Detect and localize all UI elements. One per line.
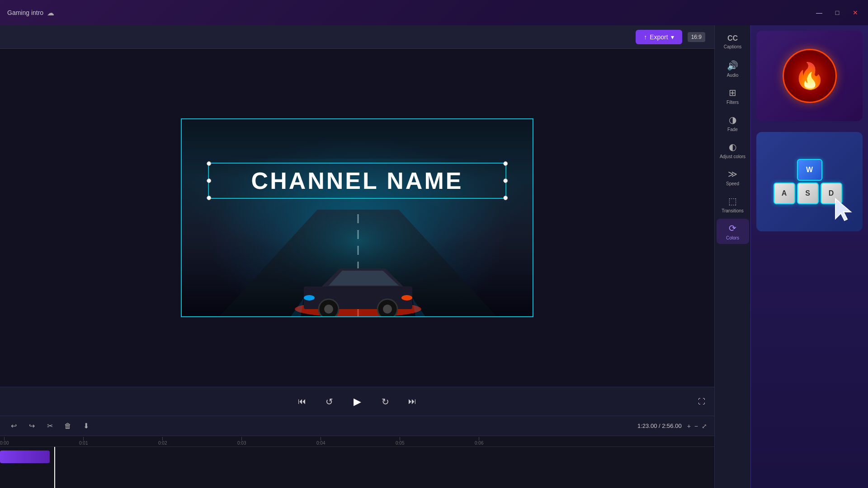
- key-w: W: [797, 159, 822, 181]
- project-title: Gaming intro ☁: [7, 9, 54, 17]
- project-name: Gaming intro: [7, 9, 43, 16]
- cloud-icon: ☁: [47, 9, 54, 17]
- captions-icon: CC: [727, 34, 738, 42]
- handle-mid-right[interactable]: [503, 178, 508, 183]
- ruler-mark-6: 0:06: [475, 437, 483, 446]
- video-preview[interactable]: CHANNEL NAME: [181, 118, 533, 317]
- sidebar-tool-transitions[interactable]: ⬚ Transitions: [717, 192, 749, 217]
- timeline-playhead: [54, 447, 55, 488]
- audio-icon: 🔊: [727, 60, 738, 71]
- adjust-colors-icon: ◐: [729, 141, 736, 152]
- skip-forward-icon: ⏭: [408, 397, 416, 406]
- undo-button[interactable]: ↩: [7, 420, 20, 432]
- sidebar-tool-filters[interactable]: ⊞ Filters: [717, 83, 749, 108]
- zoom-out-button[interactable]: −: [694, 422, 698, 430]
- colors-icon: ⟳: [729, 223, 736, 234]
- fire-icon: 🔥: [783, 49, 837, 103]
- title-bar: Gaming intro ☁ — □ ✕: [0, 0, 868, 25]
- channel-name-text: CHANNEL NAME: [251, 167, 463, 194]
- captions-label: Captions: [724, 44, 741, 49]
- current-time: 1:23.00: [637, 422, 657, 429]
- keyboard-container: W A S D: [756, 132, 863, 231]
- sidebar-tool-colors[interactable]: ⟳ Colors: [717, 219, 749, 244]
- colors-label: Colors: [726, 235, 739, 240]
- handle-top-right[interactable]: [503, 161, 508, 166]
- close-button[interactable]: ✕: [850, 7, 861, 18]
- sidebar-tool-fade[interactable]: ◑ Fade: [717, 110, 749, 136]
- export-button[interactable]: ↑ Export ▾: [636, 30, 682, 44]
- zoom-in-button[interactable]: +: [687, 422, 691, 430]
- timeline-ruler: 0:00 0:01 0:02 0:03 0:04 0:05 0:06: [0, 436, 714, 447]
- center-area: ↑ Export ▾ 16:9: [0, 25, 714, 488]
- adjust-colors-label: Adjust colors: [720, 154, 745, 159]
- redo-button[interactable]: ↪: [25, 420, 38, 432]
- timeline-tracks: [0, 447, 714, 488]
- filters-icon: ⊞: [729, 87, 736, 98]
- fire-logo-container: 🔥: [756, 31, 863, 121]
- handle-bottom-right[interactable]: [503, 196, 508, 200]
- right-sidebar: CC Captions 🔊 Audio ⊞ Filters ◑ Fade ◐ A…: [714, 25, 750, 488]
- channel-name-box[interactable]: CHANNEL NAME: [208, 163, 506, 199]
- delete-button[interactable]: 🗑: [61, 420, 74, 432]
- minimize-button[interactable]: —: [814, 7, 825, 18]
- forward-icon: ↻: [382, 396, 389, 407]
- export-icon: ↑: [644, 33, 647, 41]
- forward-button[interactable]: ↻: [377, 394, 393, 410]
- play-icon: ▶: [354, 396, 361, 408]
- sidebar-tool-captions[interactable]: CC Captions: [717, 29, 749, 54]
- car-scene: CHANNEL NAME: [182, 119, 533, 316]
- export-dropdown-icon: ▾: [671, 33, 674, 41]
- export-label: Export: [650, 33, 668, 41]
- svg-point-10: [324, 305, 333, 314]
- transitions-label: Transitions: [722, 208, 744, 213]
- maximize-button[interactable]: □: [832, 7, 843, 18]
- main-layout: ↑ Export ▾ 16:9: [0, 25, 868, 488]
- fit-zoom-button[interactable]: ⤢: [702, 422, 707, 430]
- handle-mid-left[interactable]: [207, 178, 211, 183]
- svg-point-12: [383, 305, 392, 314]
- far-right-panel: 🔥 W A S D: [750, 25, 868, 488]
- video-preview-container: CHANNEL NAME: [0, 49, 714, 387]
- speed-icon: ≫: [728, 169, 737, 179]
- rewind-button[interactable]: ↺: [321, 394, 337, 410]
- play-button[interactable]: ▶: [348, 393, 366, 411]
- filters-label: Filters: [726, 100, 739, 105]
- video-track-block[interactable]: [0, 450, 50, 463]
- skip-back-button[interactable]: ⏮: [294, 394, 310, 410]
- sidebar-tool-adjust-colors[interactable]: ◐ Adjust colors: [717, 137, 749, 163]
- skip-forward-button[interactable]: ⏭: [404, 394, 420, 410]
- audio-label: Audio: [727, 73, 739, 78]
- timeline-zoom-controls: + − ⤢: [687, 422, 707, 430]
- fullscreen-button[interactable]: ⛶: [698, 398, 705, 406]
- handle-top-left[interactable]: [207, 161, 211, 166]
- timeline-area: ↩ ↪ ✂ 🗑 ⬇ 1:23.00 / 2:56.00 + − ⤢ 0:00: [0, 416, 714, 488]
- fire-logo-panel: 🔥: [756, 31, 863, 121]
- fire-emoji: 🔥: [794, 61, 826, 91]
- ruler-mark-4: 0:04: [316, 437, 325, 446]
- ruler-mark-1: 0:01: [79, 437, 88, 446]
- ruler-mark-3: 0:03: [237, 437, 246, 446]
- timeline-toolbar: ↩ ↪ ✂ 🗑 ⬇ 1:23.00 / 2:56.00 + − ⤢: [0, 416, 714, 436]
- rewind-icon: ↺: [326, 396, 333, 407]
- key-a: A: [774, 183, 795, 204]
- timeline-time-display: 1:23.00 / 2:56.00: [637, 422, 682, 429]
- save-frame-button[interactable]: ⬇: [80, 420, 92, 432]
- transitions-icon: ⬚: [728, 196, 737, 206]
- playback-controls: ⏮ ↺ ▶ ↻ ⏭ ⛶: [0, 387, 714, 416]
- svg-point-8: [401, 295, 412, 300]
- fullscreen-icon: ⛶: [698, 398, 705, 405]
- toolbar: ↑ Export ▾ 16:9: [0, 25, 714, 49]
- ruler-mark-0: 0:00: [0, 437, 9, 446]
- total-time: 2:56.00: [662, 422, 681, 429]
- sidebar-tool-speed[interactable]: ≫ Speed: [717, 164, 749, 190]
- keyboard-panel: W A S D: [756, 132, 863, 231]
- handle-bottom-left[interactable]: [207, 196, 211, 200]
- fade-label: Fade: [727, 127, 738, 132]
- cut-button[interactable]: ✂: [43, 420, 56, 432]
- sidebar-tool-audio[interactable]: 🔊 Audio: [717, 56, 749, 81]
- svg-marker-15: [835, 199, 851, 221]
- ruler-mark-2: 0:02: [158, 437, 167, 446]
- key-row-top: W: [774, 159, 846, 181]
- svg-point-7: [304, 295, 315, 300]
- speed-label: Speed: [726, 181, 739, 186]
